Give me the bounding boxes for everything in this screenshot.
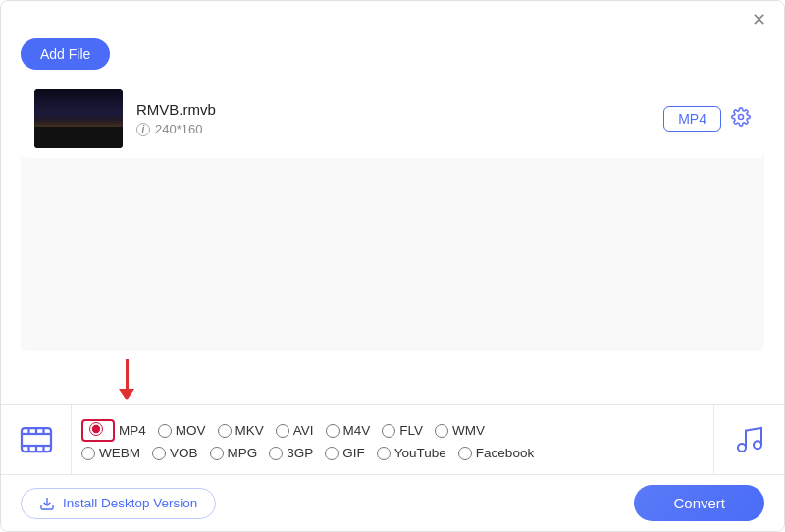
svg-point-0 — [739, 114, 744, 119]
format-option-mkv[interactable]: MKV — [218, 423, 264, 438]
svg-point-10 — [738, 444, 746, 452]
radio-avi[interactable] — [276, 424, 289, 438]
format-option-webm[interactable]: WEBM — [81, 446, 140, 460]
audio-format-icon[interactable] — [713, 405, 784, 474]
format-label-mov: MOV — [176, 423, 206, 438]
format-label-3gp: 3GP — [287, 446, 313, 460]
add-file-button[interactable]: Add File — [21, 38, 110, 70]
arrow-shaft — [126, 359, 129, 389]
install-label: Install Desktop Version — [63, 496, 197, 510]
format-panel: MP4 MOV MKV AVI M4V — [1, 404, 784, 474]
format-label-mp4: MP4 — [119, 423, 146, 438]
format-option-mpg[interactable]: MPG — [210, 446, 258, 460]
radio-vob[interactable] — [152, 447, 166, 460]
radio-mp4[interactable] — [89, 422, 103, 436]
music-icon — [734, 424, 765, 455]
file-list-area: RMVB.rmvb i 240*160 MP4 — [21, 80, 764, 351]
format-option-youtube[interactable]: YouTube — [377, 446, 446, 460]
format-option-avi[interactable]: AVI — [276, 423, 314, 438]
format-option-gif[interactable]: GIF — [325, 446, 365, 460]
title-bar: ✕ — [1, 1, 784, 32]
format-label-vob: VOB — [170, 446, 198, 460]
radio-wmv[interactable] — [435, 424, 448, 438]
format-option-3gp[interactable]: 3GP — [269, 446, 313, 460]
format-row-1: MP4 MOV MKV AVI M4V — [81, 419, 713, 442]
file-item: RMVB.rmvb i 240*160 MP4 — [21, 80, 764, 158]
radio-webm[interactable] — [81, 447, 95, 460]
radio-mkv[interactable] — [218, 424, 232, 438]
svg-point-11 — [754, 441, 761, 449]
radio-flv[interactable] — [382, 424, 395, 438]
toolbar: Add File — [1, 32, 784, 80]
app-window: ✕ Add File RMVB.rmvb i 240*160 MP4 — [0, 0, 785, 532]
file-info: RMVB.rmvb i 240*160 — [123, 101, 663, 136]
format-option-flv[interactable]: FLV — [382, 423, 423, 438]
format-label-m4v: M4V — [343, 423, 371, 438]
format-label-wmv: WMV — [452, 423, 485, 438]
format-option-vob[interactable]: VOB — [152, 446, 198, 460]
file-dimensions: 240*160 — [155, 122, 202, 136]
radio-youtube[interactable] — [377, 447, 391, 460]
format-badge-button[interactable]: MP4 — [663, 106, 721, 132]
install-desktop-button[interactable]: Install Desktop Version — [21, 488, 216, 519]
down-arrow — [119, 359, 134, 400]
format-label-webm: WEBM — [99, 446, 140, 460]
format-option-m4v[interactable]: M4V — [326, 423, 371, 438]
convert-button[interactable]: Convert — [634, 485, 764, 521]
arrow-head — [119, 389, 134, 400]
settings-button[interactable] — [731, 107, 751, 132]
format-label-youtube: YouTube — [394, 446, 446, 460]
radio-m4v[interactable] — [326, 424, 340, 438]
format-options: MP4 MOV MKV AVI M4V — [72, 411, 713, 468]
format-label-mkv: MKV — [236, 423, 264, 438]
film-icon — [19, 422, 54, 457]
video-format-icon[interactable] — [1, 405, 72, 474]
close-button[interactable]: ✕ — [748, 11, 770, 28]
selected-box — [81, 419, 115, 442]
format-label-avi: AVI — [293, 423, 314, 438]
arrow-area — [1, 351, 784, 404]
format-option-wmv[interactable]: WMV — [435, 423, 485, 438]
radio-3gp[interactable] — [269, 447, 283, 460]
format-label-flv: FLV — [399, 423, 423, 438]
file-name: RMVB.rmvb — [136, 101, 663, 118]
radio-mov[interactable] — [158, 424, 172, 438]
radio-gif[interactable] — [325, 447, 339, 460]
download-icon — [39, 496, 55, 511]
format-label-mpg: MPG — [228, 446, 258, 460]
format-option-mov[interactable]: MOV — [158, 423, 206, 438]
format-option-facebook[interactable]: Facebook — [458, 446, 534, 460]
file-actions: MP4 — [663, 106, 751, 132]
bottom-bar: Install Desktop Version Convert — [1, 474, 784, 531]
gear-icon — [731, 107, 751, 127]
format-label-facebook: Facebook — [476, 446, 534, 460]
file-thumbnail — [34, 89, 123, 148]
file-meta: i 240*160 — [136, 122, 663, 136]
info-icon: i — [136, 123, 150, 136]
format-label-gif: GIF — [342, 446, 365, 460]
radio-mpg[interactable] — [210, 447, 224, 460]
format-option-mp4[interactable]: MP4 — [81, 419, 146, 442]
format-row-2: WEBM VOB MPG 3GP GIF — [81, 446, 713, 460]
radio-facebook[interactable] — [458, 447, 472, 460]
